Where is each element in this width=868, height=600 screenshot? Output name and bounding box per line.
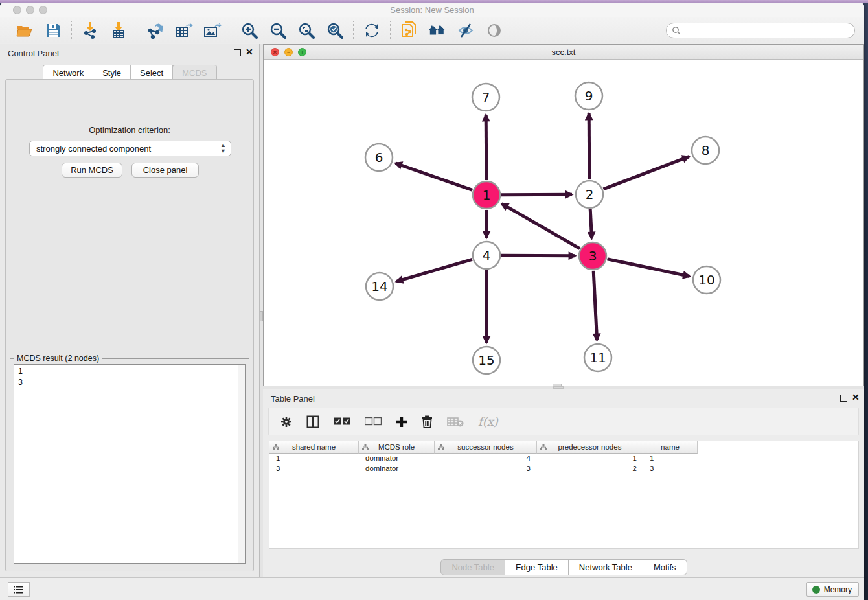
zoom-out-icon[interactable] bbox=[269, 21, 287, 40]
edge-4-3[interactable] bbox=[501, 255, 575, 256]
open-file-icon[interactable] bbox=[16, 21, 34, 40]
network-overview-icon[interactable] bbox=[428, 21, 446, 40]
close-panel-icon[interactable]: ✕ bbox=[852, 393, 860, 402]
node-8[interactable]: 8 bbox=[692, 137, 719, 164]
edge-3-11[interactable] bbox=[593, 271, 597, 340]
column-header-name[interactable]: name bbox=[643, 441, 698, 454]
edge-1-7[interactable] bbox=[486, 115, 486, 180]
run-mcds-button[interactable]: Run MCDS bbox=[62, 163, 122, 178]
node-14[interactable]: 14 bbox=[366, 273, 393, 300]
close-panel-button[interactable]: Close panel bbox=[131, 163, 199, 178]
edge-2-3[interactable] bbox=[590, 209, 591, 238]
tab-edge-table[interactable]: Edge Table bbox=[505, 559, 569, 575]
edge-4-14[interactable] bbox=[396, 259, 472, 281]
table-cell[interactable]: 1 bbox=[537, 454, 643, 464]
control-panel-title: Control Panel bbox=[8, 49, 59, 58]
tab-motifs[interactable]: Motifs bbox=[643, 559, 687, 575]
network-graph[interactable]: 7968124310141511 bbox=[264, 60, 863, 386]
table-row[interactable]: 1dominator411 bbox=[269, 454, 858, 464]
tab-mcds[interactable]: MCDS bbox=[172, 65, 216, 80]
node-7[interactable]: 7 bbox=[472, 84, 499, 111]
export-network-icon[interactable] bbox=[146, 21, 165, 40]
zoom-selected-icon[interactable] bbox=[326, 21, 344, 40]
tab-node-table[interactable]: Node Table bbox=[440, 559, 505, 575]
show-column-panel-icon[interactable] bbox=[306, 415, 319, 428]
tab-network-table[interactable]: Network Table bbox=[568, 559, 643, 575]
memory-button[interactable]: Memory bbox=[806, 582, 859, 597]
tab-network[interactable]: Network bbox=[43, 65, 93, 80]
save-session-icon[interactable] bbox=[44, 21, 62, 40]
edge-2-8[interactable] bbox=[604, 157, 689, 189]
splitter-grip[interactable] bbox=[553, 386, 564, 389]
node-15[interactable]: 15 bbox=[473, 347, 500, 374]
refresh-icon[interactable] bbox=[363, 21, 381, 40]
table-cell[interactable]: dominator bbox=[359, 454, 435, 464]
optimization-criterion-select[interactable]: strongly connected component ▲▼ bbox=[29, 141, 231, 156]
zoom-fit-icon[interactable] bbox=[297, 21, 315, 40]
search-input[interactable] bbox=[666, 23, 855, 38]
edge-1-6[interactable] bbox=[395, 163, 472, 190]
tab-style[interactable]: Style bbox=[93, 65, 131, 80]
node-table-body: 1dominator4113dominator323 bbox=[269, 454, 858, 474]
node-table-header: shared nameMCDS rolesuccessor nodesprede… bbox=[269, 441, 858, 454]
export-image-icon[interactable] bbox=[203, 21, 222, 40]
table-cell[interactable]: dominator bbox=[359, 464, 435, 474]
close-panel-icon[interactable]: ✕ bbox=[246, 47, 253, 56]
result-scrollbar[interactable] bbox=[238, 365, 245, 563]
deselect-all-icon[interactable] bbox=[365, 417, 382, 426]
column-tree-icon bbox=[273, 444, 279, 450]
app-window: Session: New Session bbox=[0, 3, 864, 600]
table-cell[interactable]: 1 bbox=[643, 454, 698, 464]
edge-1-2[interactable] bbox=[501, 194, 572, 195]
result-line: 1 bbox=[18, 366, 245, 377]
table-cell[interactable]: 3 bbox=[269, 464, 359, 474]
float-panel-icon[interactable] bbox=[234, 49, 241, 56]
tab-select[interactable]: Select bbox=[130, 65, 173, 80]
edge-2-9[interactable] bbox=[589, 113, 589, 179]
svg-text:7: 7 bbox=[482, 89, 490, 105]
table-cell[interactable]: 4 bbox=[435, 454, 537, 464]
column-header-label: successor nodes bbox=[457, 443, 513, 451]
node-11[interactable]: 11 bbox=[584, 344, 611, 371]
node-3[interactable]: 3 bbox=[579, 242, 606, 270]
node-4[interactable]: 4 bbox=[473, 242, 500, 269]
delete-column-trash-icon[interactable] bbox=[422, 415, 433, 428]
export-table-icon[interactable] bbox=[175, 21, 193, 40]
task-history-button[interactable] bbox=[8, 582, 30, 597]
import-table-icon[interactable] bbox=[109, 21, 128, 40]
column-header-successor-nodes[interactable]: successor nodes bbox=[435, 441, 537, 454]
node-6[interactable]: 6 bbox=[365, 144, 393, 171]
float-panel-icon[interactable] bbox=[840, 395, 847, 402]
hide-graphics-details-icon[interactable] bbox=[457, 21, 475, 40]
desktop-menubar-edge bbox=[0, 0, 868, 3]
mcds-result-list[interactable]: 13 bbox=[14, 364, 246, 564]
column-tree-icon bbox=[438, 444, 444, 450]
svg-text:1: 1 bbox=[483, 187, 491, 203]
network-canvas[interactable]: 7968124310141511 bbox=[264, 60, 863, 386]
table-row[interactable]: 3dominator323 bbox=[269, 464, 858, 474]
table-cell[interactable]: 2 bbox=[537, 464, 643, 474]
function-builder-button[interactable]: f(x) bbox=[478, 415, 498, 428]
column-header-MCDS-role[interactable]: MCDS role bbox=[359, 441, 435, 454]
column-header-label: MCDS role bbox=[378, 443, 415, 451]
create-column-plus-icon[interactable] bbox=[396, 416, 407, 428]
zoom-in-icon[interactable] bbox=[240, 21, 258, 40]
table-settings-gear-icon[interactable] bbox=[280, 416, 292, 428]
column-header-predecessor-nodes[interactable]: predecessor nodes bbox=[537, 441, 643, 454]
edge-3-10[interactable] bbox=[608, 259, 690, 277]
node-9[interactable]: 9 bbox=[575, 82, 602, 110]
node-2[interactable]: 2 bbox=[576, 181, 603, 208]
select-all-icon[interactable] bbox=[334, 417, 350, 426]
show-graphics-details-icon[interactable] bbox=[485, 21, 503, 40]
node-1[interactable]: 1 bbox=[473, 181, 500, 209]
clone-network-icon[interactable] bbox=[400, 21, 418, 40]
table-cell[interactable]: 3 bbox=[643, 464, 698, 474]
node-10[interactable]: 10 bbox=[693, 266, 720, 294]
import-network-icon[interactable] bbox=[81, 21, 99, 40]
delete-table-icon[interactable] bbox=[447, 417, 464, 427]
table-cell[interactable]: 1 bbox=[269, 454, 359, 464]
edge-3-1[interactable] bbox=[501, 203, 580, 248]
table-cell[interactable]: 3 bbox=[435, 464, 537, 474]
column-header-shared-name[interactable]: shared name bbox=[269, 441, 359, 454]
window-title: Session: New Session bbox=[0, 5, 864, 15]
